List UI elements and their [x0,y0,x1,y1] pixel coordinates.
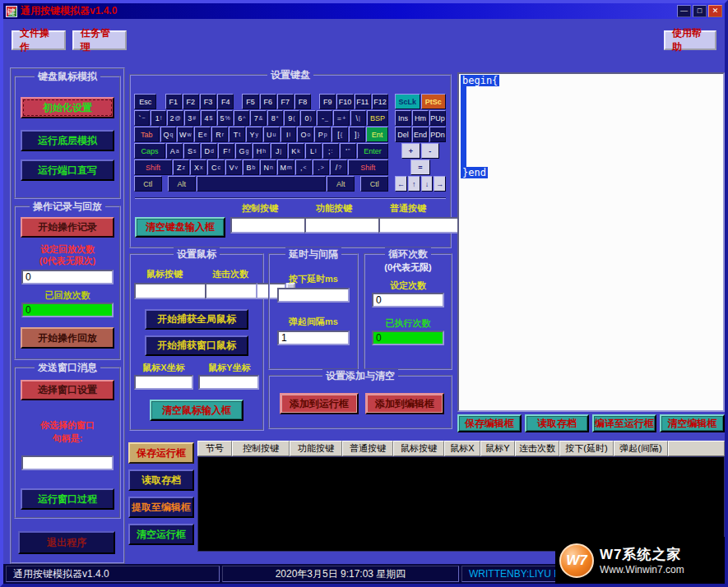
key-Ent[interactable]: Ent [366,127,388,142]
key-H[interactable]: Hh [253,143,269,159]
key-+[interactable]: + [401,143,420,159]
loop-set-input[interactable] [372,293,444,307]
key-Enter[interactable]: Enter [357,143,388,159]
run-lowlevel-button[interactable]: 运行底层模拟 [21,130,114,151]
key-B[interactable]: Bb [243,159,259,175]
key-space[interactable] [197,176,327,192]
key-F3[interactable]: F3 [200,94,216,109]
key-2[interactable]: 2@ [167,110,183,126]
key-9[interactable]: 9( [284,110,299,126]
key-`[interactable]: `~ [134,110,150,126]
mouse-x-input[interactable] [134,375,193,390]
key-=[interactable]: =+ [333,110,349,126]
key-←[interactable]: ← [395,176,407,192]
key-Del[interactable]: Del [395,127,411,142]
key-→[interactable]: → [434,176,446,192]
add-to-run-button[interactable]: 添加到运行框 [280,393,359,414]
menu-task-button[interactable]: 任务管理 [72,30,127,50]
key-D[interactable]: Dd [201,143,217,159]
key-PtSc[interactable]: PtSc [421,94,447,109]
key-P[interactable]: Pp [314,127,331,142]
key-M[interactable]: Mm [277,159,294,175]
clear-editbox-button[interactable]: 清空编辑框 [660,414,725,432]
clear-mouse-button[interactable]: 清空鼠标输入框 [150,400,243,421]
key-Alt[interactable]: Alt [327,176,355,192]
key-7[interactable]: 7& [250,110,266,126]
maximize-button[interactable]: □ [693,5,707,17]
key--[interactable]: - [421,143,439,159]
key-↓[interactable]: ↓ [421,176,434,192]
add-to-edit-button[interactable]: 添加到编辑框 [365,393,444,414]
column-header[interactable]: 弹起(间隔) [614,441,668,456]
key-][interactable]: ]} [349,127,365,142]
window-handle-input[interactable] [21,455,114,470]
column-header[interactable]: 节号 [197,441,232,456]
key-T[interactable]: Tt [229,127,245,142]
column-header[interactable]: 鼠标X [444,441,480,456]
capture-global-mouse-button[interactable]: 开始捕获全局鼠标 [145,309,248,330]
run-window-proc-button[interactable]: 运行窗口过程 [21,488,114,510]
key-.[interactable]: .> [313,159,329,175]
load-runbox-button[interactable]: 读取存档 [128,469,194,491]
key-J[interactable]: Jj [271,143,287,159]
save-editbox-button[interactable]: 保存编辑框 [457,414,522,432]
key-Ctl[interactable]: Ctl [134,176,162,192]
script-editor[interactable]: begin{ }end [457,72,725,412]
exit-button[interactable]: 退出程序 [18,531,115,554]
key-Ctl[interactable]: Ctl [360,176,388,192]
key-F5[interactable]: F5 [242,94,258,109]
start-record-button[interactable]: 开始操作记录 [21,217,114,238]
key-0[interactable]: 0) [300,110,316,126]
key-5[interactable]: 5% [217,110,233,126]
menu-help-button[interactable]: 使用帮助 [664,30,716,50]
key-ScLk[interactable]: ScLk [395,94,420,109]
key-'[interactable]: '" [340,143,356,159]
press-delay-input[interactable] [277,288,350,303]
key-Caps[interactable]: Caps [134,143,165,159]
key-O[interactable]: Oo [297,127,313,142]
column-header[interactable]: 功能按键 [290,441,342,456]
key-W[interactable]: Ww [177,127,193,142]
click-times-input[interactable] [205,283,257,299]
column-header[interactable]: 鼠标Y [480,441,515,456]
extract-to-edit-button[interactable]: 提取至编辑框 [128,497,194,518]
key-1[interactable]: 1! [151,110,166,126]
close-button[interactable]: ✕ [708,5,722,17]
key-R[interactable]: Rr [211,127,228,142]
key-F[interactable]: Ff [218,143,234,159]
column-header[interactable]: 控制按键 [232,441,290,456]
start-playback-button[interactable]: 开始操作回放 [21,327,114,349]
key-U[interactable]: Uu [263,127,280,142]
key-Hm[interactable]: Hm [412,110,429,126]
key-G[interactable]: Gg [235,143,252,159]
key-K[interactable]: Kk [288,143,304,159]
key-BSP[interactable]: BSP [367,110,388,126]
capture-window-mouse-button[interactable]: 开始捕获窗口鼠标 [145,335,248,356]
key-\[interactable]: \| [350,110,366,126]
key-F11[interactable]: F11 [355,94,371,109]
key-Q[interactable]: Qq [160,127,177,142]
key-F6[interactable]: F6 [260,94,276,109]
key-Shift[interactable]: Shift [348,159,389,175]
key-Shift[interactable]: Shift [134,159,172,175]
function-key-combo[interactable] [304,217,364,233]
key-4[interactable]: 4$ [201,110,216,126]
key-F2[interactable]: F2 [183,94,199,109]
column-header[interactable]: 按下(延时) [559,441,614,456]
key-F7[interactable]: F7 [277,94,294,109]
key-A[interactable]: Aa [166,143,183,159]
save-runbox-button[interactable]: 保存运行框 [128,442,194,464]
control-key-combo[interactable] [230,217,290,233]
key-Alt[interactable]: Alt [168,176,196,192]
key-L[interactable]: Ll [305,143,322,159]
key-X[interactable]: Xx [190,159,206,175]
key-Tab[interactable]: Tab [134,127,160,142]
key--[interactable]: -_ [317,110,332,126]
playback-count-input[interactable] [21,270,114,284]
key-N[interactable]: Nn [260,159,276,175]
key-PUp[interactable]: PUp [429,110,446,126]
clear-keyboard-button[interactable]: 清空键盘输入框 [135,217,225,238]
run-port-button[interactable]: 运行端口直写 [21,159,114,181]
key-,[interactable]: ,< [295,159,312,175]
key-F4[interactable]: F4 [217,94,234,109]
